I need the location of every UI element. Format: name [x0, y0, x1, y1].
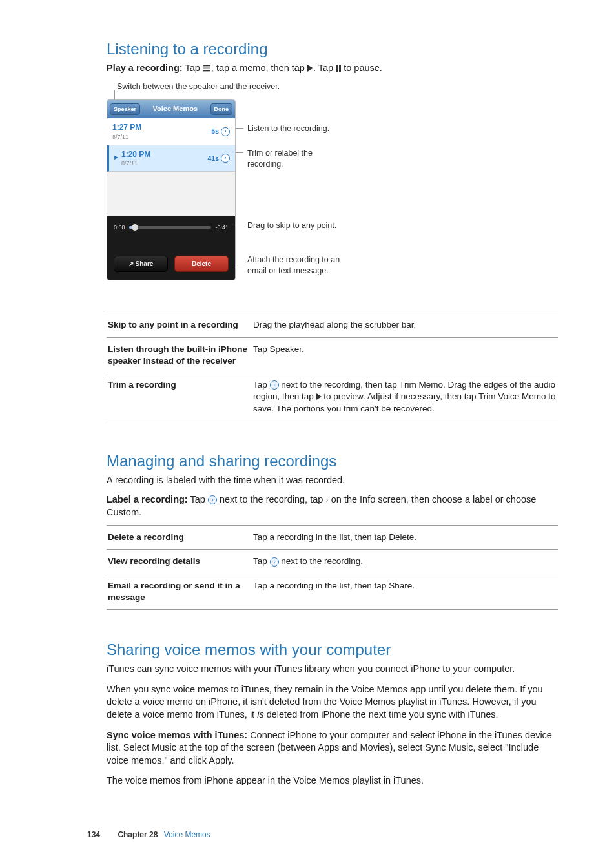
cell-left: Trim a recording — [107, 373, 252, 421]
annot-trim: Trim or relabel the recording. — [247, 148, 331, 170]
share-icon: ↗ — [128, 260, 134, 267]
txt: Tap — [188, 494, 208, 504]
page-number: 134 — [87, 830, 100, 839]
play-icon — [316, 391, 322, 403]
page-footer: 134 Chapter 28 Voice Memos — [0, 829, 616, 840]
txt: to pause. — [341, 63, 382, 73]
cell-left: Delete a recording — [107, 526, 252, 550]
share-label: Share — [136, 260, 154, 267]
table-row: Listen through the built-in iPhone speak… — [107, 337, 558, 373]
chevron-icon[interactable]: › — [221, 127, 230, 136]
label-label: Label a recording: — [107, 494, 188, 504]
row1-time: 1:27 PM — [112, 122, 141, 132]
cell-right: Tap a recording in the list, then tap De… — [252, 526, 558, 550]
section-title-managing: Managing and sharing recordings — [107, 451, 558, 472]
annot-listen: Listen to the recording. — [247, 123, 329, 134]
sharing-p3: The voice memos from iPhone appear in th… — [107, 775, 558, 787]
annot-attach: Attach the recording to an email or text… — [247, 255, 357, 276]
play-icon — [307, 63, 313, 76]
play-icon: ▶ — [114, 154, 118, 161]
row2-time: 1:20 PM — [121, 149, 150, 160]
annot-line — [236, 128, 243, 129]
svg-marker-6 — [316, 393, 322, 400]
scrubber[interactable]: 0:00 -0:41 — [114, 223, 229, 232]
txt: . Tap — [313, 63, 336, 73]
cell-right: Tap › next to the recording. — [252, 550, 558, 574]
memo-row-2[interactable]: ▶ 1:20 PM 8/7/11 41s › — [107, 145, 235, 172]
cell-right: Drag the playhead along the scrubber bar… — [252, 313, 558, 337]
sync-instruction: Sync voice memos with iTunes: Connect iP… — [107, 729, 558, 767]
txt: Tap — [253, 380, 270, 390]
annot-line — [236, 152, 243, 153]
annot-line — [236, 264, 243, 264]
chevron-circle-icon: › — [270, 557, 279, 567]
cell-right: Tap a recording in the list, then tap Sh… — [252, 574, 558, 609]
phone-dark-area: 0:00 -0:41 ↗Share Delete — [107, 216, 235, 280]
delete-button[interactable]: Delete — [174, 256, 229, 273]
table-row: Trim a recording Tap › next to the recor… — [107, 373, 558, 421]
txt: Tap — [183, 63, 203, 73]
scrub-right: -0:41 — [215, 224, 229, 231]
table-row: View recording details Tap › next to the… — [107, 550, 558, 574]
table-row: Delete a recording Tap a recording in th… — [107, 526, 558, 550]
pause-icon — [336, 63, 341, 76]
phone-screenshot: Speaker Voice Memos Done 1:27 PM 8/7/11 … — [107, 99, 236, 280]
nav-title: Voice Memos — [153, 104, 198, 114]
phone-nav: Speaker Voice Memos Done — [107, 100, 235, 118]
txt: deleted from iPhone the next time you sy… — [264, 709, 498, 720]
list-icon — [203, 63, 211, 76]
cell-right: Tap Speaker. — [252, 337, 558, 373]
chevron-circle-icon: › — [208, 495, 217, 504]
txt: next to the recording, tap — [217, 494, 325, 504]
txt-italic: is — [257, 709, 263, 720]
txt: , tap a memo, then tap — [211, 63, 307, 73]
listening-table: Skip to any point in a recording Drag th… — [107, 313, 558, 421]
annot-header: Switch between the speaker and the recei… — [117, 81, 280, 92]
sharing-p2: When you sync voice memos to iTunes, the… — [107, 683, 558, 722]
annot-drag: Drag to skip to any point. — [247, 220, 336, 231]
txt: next to the recording. — [279, 556, 364, 566]
cell-left: Email a recording or send it in a messag… — [107, 574, 252, 609]
row2-dur: 41s — [207, 154, 219, 163]
cell-left: Skip to any point in a recording — [107, 313, 252, 337]
svg-rect-4 — [336, 65, 338, 72]
section-title-sharing: Sharing voice memos with your computer — [107, 639, 558, 660]
row1-date: 8/7/11 — [112, 133, 141, 141]
table-row: Skip to any point in a recording Drag th… — [107, 313, 558, 337]
sync-label: Sync voice memos with iTunes: — [107, 730, 247, 740]
cell-right: Tap › next to the recording, then tap Tr… — [252, 373, 558, 421]
chevron-circle-icon: › — [270, 380, 279, 390]
scrub-left: 0:00 — [114, 224, 125, 231]
share-button[interactable]: ↗Share — [114, 256, 168, 273]
sharing-p1: iTunes can sync voice memos with your iT… — [107, 663, 558, 676]
label-instruction: Label a recording: Tap › next to the rec… — [107, 494, 558, 519]
play-label: Play a recording: — [107, 63, 183, 73]
table-row: Email a recording or send it in a messag… — [107, 574, 558, 609]
txt: Tap — [253, 556, 270, 566]
row2-date: 8/7/11 — [121, 160, 150, 167]
scrubber-dot[interactable] — [132, 224, 138, 231]
annot-line — [236, 225, 243, 225]
chapter-name: Voice Memos — [164, 830, 210, 839]
section-title-listening: Listening to a recording — [107, 39, 558, 59]
speaker-button[interactable]: Speaker — [110, 103, 140, 115]
cell-left: Listen through the built-in iPhone speak… — [107, 337, 252, 373]
screenshot-area: Switch between the speaker and the recei… — [107, 81, 558, 307]
row1-dur: 5s — [211, 127, 219, 136]
scrubber-bar[interactable] — [129, 226, 212, 229]
play-instruction: Play a recording: Tap , tap a memo, then… — [107, 62, 558, 75]
svg-marker-3 — [307, 65, 313, 72]
cell-left: View recording details — [107, 550, 252, 574]
memo-row-1[interactable]: 1:27 PM 8/7/11 5s › — [107, 118, 235, 145]
chevron-icon[interactable]: › — [221, 154, 230, 163]
managing-intro: A recording is labeled with the time whe… — [107, 474, 558, 487]
done-button[interactable]: Done — [210, 103, 233, 115]
managing-table: Delete a recording Tap a recording in th… — [107, 525, 558, 610]
chapter-label: Chapter 28 — [118, 830, 158, 839]
